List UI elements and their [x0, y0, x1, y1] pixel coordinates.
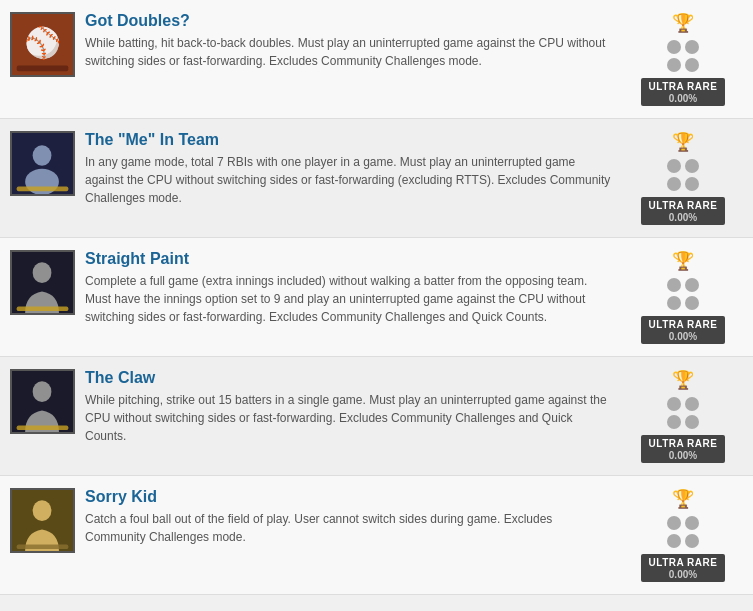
dot-1 [667, 40, 681, 54]
achievement-thumb-sorry-kid [10, 488, 75, 553]
achievement-content-got-doubles: Got Doubles? While batting, hit back-to-… [85, 12, 613, 70]
trophy-icon-sorry-kid: 🏆 [672, 488, 694, 510]
achievement-list: ⚾ Got Doubles? While batting, hit back-t… [0, 0, 753, 595]
svg-point-8 [33, 262, 52, 283]
dot-4 [685, 415, 699, 429]
dot-1 [667, 516, 681, 530]
dots-grid-got-doubles [667, 40, 699, 72]
dot-2 [685, 516, 699, 530]
dot-2 [685, 159, 699, 173]
dot-3 [667, 58, 681, 72]
svg-point-11 [33, 381, 52, 402]
achievement-title-straight-paint: Straight Paint [85, 250, 613, 268]
achievement-content-straight-paint: Straight Paint Complete a full game (ext… [85, 250, 613, 326]
rarity-label-me-in-team: ULTRA RARE [649, 200, 718, 211]
achievement-thumb-the-claw [10, 369, 75, 434]
rarity-badge-got-doubles: ULTRA RARE 0.00% [641, 78, 726, 106]
dot-4 [685, 534, 699, 548]
rarity-badge-the-claw: ULTRA RARE 0.00% [641, 435, 726, 463]
achievement-desc-got-doubles: While batting, hit back-to-back doubles.… [85, 34, 613, 70]
dot-2 [685, 278, 699, 292]
dots-grid-the-claw [667, 397, 699, 429]
trophy-icon-straight-paint: 🏆 [672, 250, 694, 272]
dot-3 [667, 296, 681, 310]
svg-text:⚾: ⚾ [24, 25, 62, 61]
trophy-icon-me-in-team: 🏆 [672, 131, 694, 153]
rarity-percent-straight-paint: 0.00% [669, 331, 697, 342]
achievement-thumb-got-doubles: ⚾ [10, 12, 75, 77]
rarity-badge-me-in-team: ULTRA RARE 0.00% [641, 197, 726, 225]
achievement-desc-straight-paint: Complete a full game (extra innings incl… [85, 272, 613, 326]
dot-3 [667, 415, 681, 429]
achievement-content-sorry-kid: Sorry Kid Catch a foul ball out of the f… [85, 488, 613, 546]
dots-grid-straight-paint [667, 278, 699, 310]
achievement-right-the-claw: 🏆 ULTRA RARE 0.00% [623, 369, 743, 463]
trophy-icon-got-doubles: 🏆 [672, 12, 694, 34]
achievement-right-sorry-kid: 🏆 ULTRA RARE 0.00% [623, 488, 743, 582]
achievement-title-the-claw: The Claw [85, 369, 613, 387]
achievement-right-me-in-team: 🏆 ULTRA RARE 0.00% [623, 131, 743, 225]
dot-1 [667, 278, 681, 292]
dot-2 [685, 397, 699, 411]
achievement-right-got-doubles: 🏆 ULTRA RARE 0.00% [623, 12, 743, 106]
dot-3 [667, 534, 681, 548]
rarity-label-sorry-kid: ULTRA RARE [649, 557, 718, 568]
achievement-content-me-in-team: The "Me" In Team In any game mode, total… [85, 131, 613, 207]
svg-point-4 [33, 145, 52, 166]
achievement-item-sorry-kid: Sorry Kid Catch a foul ball out of the f… [0, 476, 753, 595]
achievement-thumb-me-in-team [10, 131, 75, 196]
dot-1 [667, 397, 681, 411]
rarity-label-got-doubles: ULTRA RARE [649, 81, 718, 92]
svg-point-14 [33, 500, 52, 521]
achievement-desc-me-in-team: In any game mode, total 7 RBIs with one … [85, 153, 613, 207]
rarity-label-the-claw: ULTRA RARE [649, 438, 718, 449]
svg-rect-15 [17, 544, 69, 549]
achievement-title-me-in-team: The "Me" In Team [85, 131, 613, 149]
achievement-content-the-claw: The Claw While pitching, strike out 15 b… [85, 369, 613, 445]
rarity-badge-straight-paint: ULTRA RARE 0.00% [641, 316, 726, 344]
dots-grid-me-in-team [667, 159, 699, 191]
achievement-title-got-doubles: Got Doubles? [85, 12, 613, 30]
achievement-item-got-doubles: ⚾ Got Doubles? While batting, hit back-t… [0, 0, 753, 119]
dot-4 [685, 58, 699, 72]
dot-4 [685, 296, 699, 310]
achievement-thumb-straight-paint [10, 250, 75, 315]
achievement-item-me-in-team: The "Me" In Team In any game mode, total… [0, 119, 753, 238]
rarity-percent-sorry-kid: 0.00% [669, 569, 697, 580]
svg-rect-6 [17, 186, 69, 191]
rarity-label-straight-paint: ULTRA RARE [649, 319, 718, 330]
achievement-title-sorry-kid: Sorry Kid [85, 488, 613, 506]
svg-rect-12 [17, 425, 69, 430]
dots-grid-sorry-kid [667, 516, 699, 548]
dot-1 [667, 159, 681, 173]
dot-3 [667, 177, 681, 191]
trophy-icon-the-claw: 🏆 [672, 369, 694, 391]
svg-rect-2 [17, 66, 69, 72]
rarity-percent-me-in-team: 0.00% [669, 212, 697, 223]
achievement-item-the-claw: The Claw While pitching, strike out 15 b… [0, 357, 753, 476]
dot-4 [685, 177, 699, 191]
rarity-badge-sorry-kid: ULTRA RARE 0.00% [641, 554, 726, 582]
dot-2 [685, 40, 699, 54]
achievement-right-straight-paint: 🏆 ULTRA RARE 0.00% [623, 250, 743, 344]
rarity-percent-got-doubles: 0.00% [669, 93, 697, 104]
achievement-item-straight-paint: Straight Paint Complete a full game (ext… [0, 238, 753, 357]
achievement-desc-the-claw: While pitching, strike out 15 batters in… [85, 391, 613, 445]
svg-rect-9 [17, 306, 69, 311]
achievement-desc-sorry-kid: Catch a foul ball out of the field of pl… [85, 510, 613, 546]
rarity-percent-the-claw: 0.00% [669, 450, 697, 461]
